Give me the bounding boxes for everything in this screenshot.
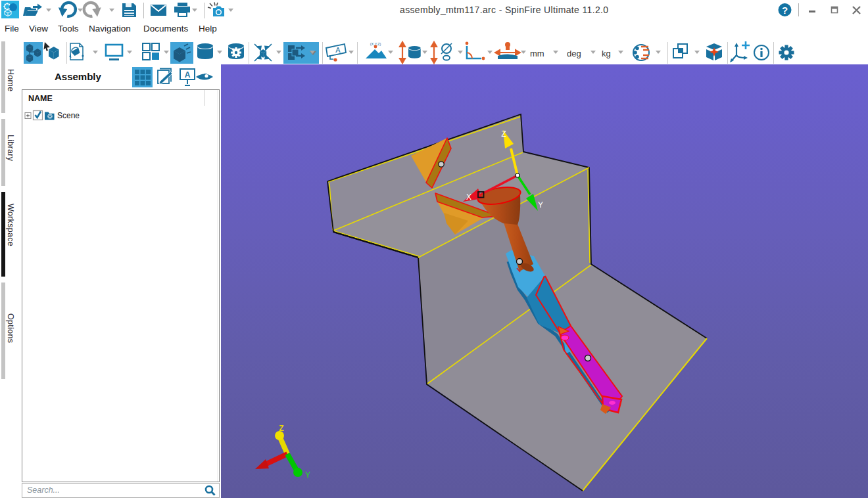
svg-text:Y: Y bbox=[538, 200, 543, 210]
svg-text:Z: Z bbox=[501, 129, 506, 139]
svg-text:Z: Z bbox=[279, 424, 283, 433]
svg-text:A: A bbox=[185, 70, 191, 79]
svg-text:Y: Y bbox=[305, 470, 310, 480]
svg-text:X: X bbox=[466, 192, 471, 202]
svg-text:?: ? bbox=[782, 5, 788, 16]
svg-text:A: A bbox=[335, 46, 341, 54]
